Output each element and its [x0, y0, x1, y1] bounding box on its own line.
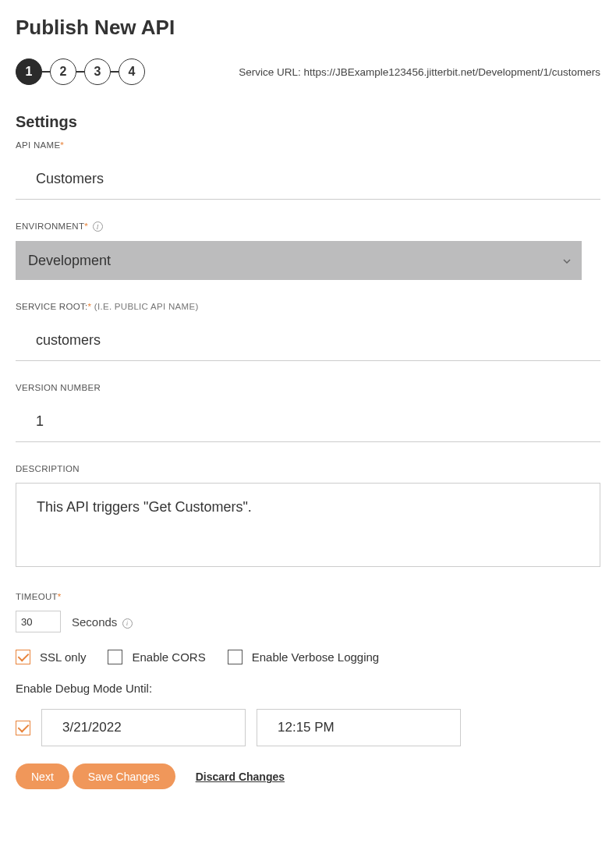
step-4[interactable]: 4 — [119, 58, 145, 85]
ssl-only-item: SSL only — [16, 650, 86, 664]
required-mark: * — [84, 221, 88, 231]
timeout-input[interactable] — [16, 611, 61, 632]
page-title: Publish New API — [16, 16, 600, 40]
step-line — [111, 71, 119, 73]
timeout-label: TIMEOUT* — [16, 592, 600, 601]
description-label: DESCRIPTION — [16, 464, 600, 473]
service-root-label: SERVICE ROOT:* (I.E. PUBLIC API NAME) — [16, 302, 600, 311]
step-line — [76, 71, 84, 73]
timeout-unit: Seconds i — [72, 615, 133, 629]
debug-row — [16, 709, 600, 746]
button-row: Next Save Changes Discard Changes — [16, 763, 600, 789]
save-changes-button[interactable]: Save Changes — [73, 763, 175, 789]
service-root-input[interactable] — [16, 321, 600, 361]
api-name-label: API NAME* — [16, 140, 600, 150]
step-3[interactable]: 3 — [84, 58, 111, 85]
next-button[interactable]: Next — [16, 763, 69, 789]
environment-label: ENVIRONMENT* i — [16, 221, 600, 232]
enable-verbose-label: Enable Verbose Logging — [252, 650, 379, 664]
stepper: 1 2 3 4 — [16, 58, 145, 85]
debug-label: Enable Debug Mode Until: — [16, 682, 600, 695]
enable-cors-checkbox[interactable] — [108, 650, 122, 664]
checkbox-row: SSL only Enable CORS Enable Verbose Logg… — [16, 650, 600, 664]
api-name-label-text: API NAME — [16, 140, 60, 150]
api-name-input[interactable] — [16, 159, 600, 200]
required-mark: * — [58, 592, 62, 601]
service-url-label: Service URL: — [239, 66, 303, 78]
step-2[interactable]: 2 — [50, 58, 76, 85]
version-label: VERSION NUMBER — [16, 383, 600, 392]
timeout-row: Seconds i — [16, 611, 600, 632]
top-row: 1 2 3 4 Service URL: https://JBExample12… — [16, 58, 600, 85]
environment-group: ENVIRONMENT* i — [16, 221, 600, 280]
api-name-group: API NAME* — [16, 140, 600, 200]
service-url-value: https://JBExample123456.jitterbit.net/De… — [304, 66, 600, 78]
discard-changes-button[interactable]: Discard Changes — [196, 771, 285, 783]
debug-date-input[interactable] — [41, 709, 246, 746]
enable-verbose-item: Enable Verbose Logging — [228, 650, 379, 664]
environment-select[interactable] — [16, 241, 582, 280]
environment-select-wrap — [16, 241, 582, 280]
step-1[interactable]: 1 — [16, 58, 42, 85]
environment-label-text: ENVIRONMENT — [16, 221, 84, 231]
info-icon[interactable]: i — [122, 618, 133, 629]
version-input[interactable] — [16, 402, 600, 442]
info-icon[interactable]: i — [93, 221, 103, 232]
step-line — [42, 71, 50, 73]
enable-verbose-checkbox[interactable] — [228, 650, 243, 664]
ssl-only-label: SSL only — [40, 650, 86, 664]
timeout-label-text: TIMEOUT — [16, 592, 58, 601]
section-title: Settings — [16, 113, 600, 131]
service-root-label-text: SERVICE ROOT: — [16, 302, 88, 311]
required-mark: * — [60, 140, 64, 150]
service-root-group: SERVICE ROOT:* (I.E. PUBLIC API NAME) — [16, 302, 600, 361]
enable-cors-item: Enable CORS — [108, 650, 205, 664]
service-url: Service URL: https://JBExample123456.jit… — [239, 66, 600, 78]
enable-cors-label: Enable CORS — [132, 650, 205, 664]
version-group: VERSION NUMBER — [16, 383, 600, 442]
description-group: DESCRIPTION This API triggers "Get Custo… — [16, 464, 600, 570]
description-textarea[interactable]: This API triggers "Get Customers". — [16, 483, 600, 567]
debug-checkbox[interactable] — [16, 721, 30, 735]
debug-time-input[interactable] — [257, 709, 461, 746]
service-root-hint: (I.E. PUBLIC API NAME) — [91, 302, 198, 311]
timeout-group: TIMEOUT* Seconds i — [16, 592, 600, 632]
timeout-unit-text: Seconds — [72, 615, 117, 629]
ssl-only-checkbox[interactable] — [16, 650, 30, 664]
